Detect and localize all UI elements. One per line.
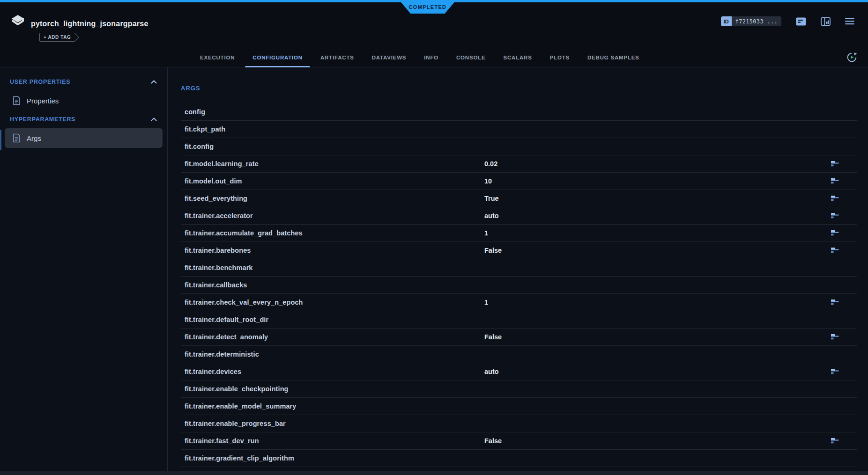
horizontal-bars-icon[interactable]	[831, 161, 839, 167]
param-row: fit.trainer.barebonesFalse	[181, 242, 857, 259]
param-row: fit.trainer.benchmark	[181, 259, 857, 277]
horizontal-bars-icon[interactable]	[831, 196, 839, 202]
param-value: 10	[484, 177, 492, 185]
param-value: auto	[484, 368, 499, 375]
sidebar-item-label: Properties	[27, 97, 59, 105]
id-chip: ID f7215033 ...	[721, 16, 781, 26]
tab-artifacts[interactable]: ARTIFACTS	[312, 48, 363, 67]
horizontal-bars-icon[interactable]	[831, 213, 839, 219]
details-icon[interactable]	[796, 17, 806, 26]
param-row: fit.trainer.enable_model_summary	[181, 398, 857, 415]
param-name: fit.trainer.accelerator	[181, 212, 484, 219]
param-name: fit.trainer.enable_checkpointing	[181, 385, 484, 393]
sidebar-item-args[interactable]: Args	[5, 128, 163, 148]
experiment-title: pytorch_lightning_jsonargparse	[31, 20, 148, 28]
chevron-up-icon[interactable]	[151, 80, 157, 84]
param-name: fit.trainer.check_val_every_n_epoch	[181, 299, 484, 306]
add-tag-label: + ADD TAG	[44, 35, 71, 40]
param-row: fit.trainer.devicesauto	[181, 363, 857, 380]
param-name: fit.trainer.devices	[181, 368, 484, 375]
param-name: fit.config	[181, 143, 484, 150]
horizontal-bars-icon[interactable]	[831, 178, 839, 184]
tab-scalars[interactable]: SCALARS	[494, 48, 541, 67]
horizontal-bars-icon[interactable]	[831, 369, 839, 375]
param-row: fit.trainer.default_root_dir	[181, 311, 857, 329]
tab-dataviews[interactable]: DATAVIEWS	[363, 48, 415, 67]
horizontal-bars-icon[interactable]	[831, 300, 839, 306]
tab-execution[interactable]: EXECUTION	[191, 48, 244, 67]
param-row: fit.ckpt_path	[181, 121, 857, 138]
horizontal-bars-icon[interactable]	[831, 230, 839, 236]
param-value: True	[484, 195, 499, 202]
param-row: config	[181, 103, 857, 121]
header-actions: ID f7215033 ...	[721, 16, 854, 26]
sidebar-section-label: HYPERPARAMETERS	[10, 116, 75, 123]
param-name: fit.trainer.callbacks	[181, 281, 484, 289]
document-icon	[13, 96, 21, 105]
sidebar-item-label: Args	[27, 134, 41, 142]
param-value: 1	[484, 229, 488, 237]
param-value: False	[484, 247, 502, 254]
status-label: COMPLETED	[409, 4, 447, 10]
param-name: fit.trainer.deterministic	[181, 351, 484, 358]
sidebar-scrollbar[interactable]	[0, 130, 1, 150]
configuration-panel: ARGS configfit.ckpt_pathfit.configfit.mo…	[168, 67, 868, 471]
param-row: fit.trainer.acceleratorauto	[181, 207, 857, 225]
id-label: ID	[721, 16, 732, 26]
param-row: fit.trainer.deterministic	[181, 346, 857, 363]
param-row: fit.trainer.gradient_clip_algorithm	[181, 450, 857, 467]
param-row: fit.trainer.detect_anomalyFalse	[181, 329, 857, 346]
add-tag-button[interactable]: + ADD TAG	[39, 33, 74, 42]
param-value: 1	[484, 299, 488, 306]
horizontal-bars-icon[interactable]	[831, 248, 839, 254]
horizontal-bars-icon[interactable]	[831, 438, 839, 444]
param-value: 0.02	[484, 160, 497, 168]
param-row: fit.trainer.fast_dev_runFalse	[181, 432, 857, 450]
tab-info[interactable]: INFO	[415, 48, 447, 67]
param-name: fit.trainer.fast_dev_run	[181, 437, 484, 445]
param-row: fit.trainer.callbacks	[181, 277, 857, 294]
param-list: configfit.ckpt_pathfit.configfit.model.l…	[181, 103, 857, 467]
sidebar-item-properties[interactable]: Properties	[0, 91, 167, 110]
param-row: fit.config	[181, 138, 857, 155]
chevron-up-icon[interactable]	[151, 117, 157, 121]
sidebar: USER PROPERTIESPropertiesHYPERPARAMETERS…	[0, 67, 168, 471]
horizontal-bars-icon[interactable]	[831, 334, 839, 340]
tab-plots[interactable]: PLOTS	[541, 48, 579, 67]
param-name: fit.trainer.detect_anomaly	[181, 333, 484, 341]
param-row: fit.trainer.enable_checkpointing	[181, 380, 857, 398]
param-name: fit.model.learning_rate	[181, 160, 484, 168]
param-value: auto	[484, 212, 499, 219]
param-row: fit.trainer.accumulate_grad_batches1	[181, 225, 857, 242]
param-row: fit.trainer.enable_progress_bar	[181, 415, 857, 432]
layout-panel-icon[interactable]	[821, 17, 831, 26]
param-name: fit.trainer.accumulate_grad_batches	[181, 229, 484, 237]
id-value[interactable]: f7215033 ...	[732, 16, 781, 26]
refresh-icon[interactable]	[846, 52, 857, 63]
tab-bar: EXECUTIONCONFIGURATIONARTIFACTSDATAVIEWS…	[191, 48, 648, 67]
param-value: False	[484, 437, 502, 445]
param-name: config	[181, 108, 484, 116]
param-name: fit.trainer.benchmark	[181, 264, 484, 271]
param-name: fit.model.out_dim	[181, 177, 484, 185]
horizontal-scrollbar[interactable]	[0, 471, 868, 475]
tab-configuration[interactable]: CONFIGURATION	[244, 48, 312, 67]
document-icon	[13, 133, 21, 143]
param-name: fit.trainer.barebones	[181, 247, 484, 254]
param-row: fit.trainer.check_val_every_n_epoch1	[181, 294, 857, 311]
param-name: fit.trainer.enable_progress_bar	[181, 420, 484, 427]
menu-icon[interactable]	[845, 18, 854, 25]
sidebar-section-label: USER PROPERTIES	[10, 79, 70, 85]
tab-debug-samples[interactable]: DEBUG SAMPLES	[579, 48, 648, 67]
args-section-title: ARGS	[181, 85, 200, 92]
tab-console[interactable]: CONSOLE	[447, 48, 494, 67]
param-name: fit.ckpt_path	[181, 125, 484, 133]
param-name: fit.seed_everything	[181, 195, 484, 202]
sidebar-sections: USER PROPERTIESPropertiesHYPERPARAMETERS…	[0, 73, 167, 148]
sidebar-section-hyperparameters[interactable]: HYPERPARAMETERS	[0, 110, 167, 128]
param-name: fit.trainer.enable_model_summary	[181, 402, 484, 410]
app-window: COMPLETED pytorch_lightning_jsonargparse…	[0, 0, 868, 475]
param-name: fit.trainer.gradient_clip_algorithm	[181, 454, 484, 462]
sidebar-section-user-properties[interactable]: USER PROPERTIES	[0, 73, 167, 91]
param-row: fit.model.learning_rate0.02	[181, 155, 857, 173]
